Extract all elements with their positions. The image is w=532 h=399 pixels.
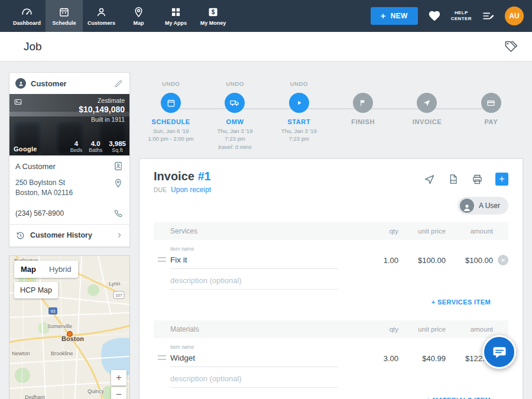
item-name-label: Item name: [170, 344, 345, 350]
heart-icon[interactable]: [428, 9, 441, 22]
schedule-undo-link[interactable]: UNDO: [139, 80, 203, 89]
invoice-title-text: Invoice: [154, 170, 194, 183]
zoom-in-button[interactable]: +: [111, 370, 126, 385]
send-step-icon[interactable]: [417, 93, 437, 113]
service-unit-price[interactable]: $100.00: [398, 256, 446, 269]
service-description-input[interactable]: description (optional): [170, 270, 338, 290]
schedule-time: 1:00 pm - 2:00 pm: [148, 135, 194, 142]
assignee-name: A User: [479, 202, 500, 210]
user-avatar[interactable]: AU: [505, 7, 524, 25]
service-name-field: Item name Fix it: [170, 246, 345, 269]
start-undo-link[interactable]: UNDO: [267, 80, 331, 89]
map-label-boston: Boston: [61, 335, 84, 342]
pdf-icon[interactable]: PDF: [447, 173, 459, 185]
omw-date: Thu, Jan 3 '19: [218, 128, 253, 134]
nav-my-apps[interactable]: My Apps: [157, 0, 194, 32]
add-material-row: + MATERIALS ITEM: [154, 388, 508, 399]
feedback-notes-icon[interactable]: [482, 9, 495, 22]
schedule-step-icon[interactable]: [161, 93, 181, 113]
service-name-input[interactable]: Fix it: [170, 254, 338, 269]
schedule-step-dates: Sun, Jan 6 '19 1:00 pm - 2:00 pm: [139, 127, 203, 143]
customer-history-label: Customer History: [30, 231, 111, 239]
chat-bubble-icon: [491, 344, 508, 361]
google-watermark: Google: [14, 145, 37, 153]
card-step-icon[interactable]: [481, 93, 501, 113]
play-step-icon[interactable]: [289, 93, 309, 113]
main-nav: Dashboard Schedule Customers Map: [0, 0, 232, 32]
omw-undo-link[interactable]: UNDO: [203, 80, 267, 89]
map-button[interactable]: Map: [14, 261, 43, 278]
map-label-quincy: Quincy: [87, 388, 105, 394]
print-icon[interactable]: [471, 173, 484, 186]
material-name-field: Item name Widget: [170, 344, 345, 367]
customer-name-row: A Customer: [9, 155, 129, 177]
plus-icon: +: [381, 13, 386, 19]
edit-pencil-icon[interactable]: [113, 79, 124, 89]
map-pin-icon: [132, 6, 145, 18]
sqft-label: Sq.ft: [109, 147, 126, 153]
invoice-number: #1: [197, 170, 210, 183]
invoice-card: Invoice #1 DUE Upon receipt PDF +: [139, 158, 523, 399]
job-header-bar: Job: [0, 32, 532, 61]
add-service-link[interactable]: + SERVICES ITEM: [432, 299, 491, 306]
truck-step-icon[interactable]: [225, 93, 245, 113]
money-icon: $: [207, 6, 219, 18]
service-qty[interactable]: 1.00: [345, 256, 398, 269]
materials-header: Materials: [170, 325, 345, 333]
remove-service-icon[interactable]: ✕: [498, 255, 508, 265]
nav-customers[interactable]: Customers: [83, 0, 120, 32]
nav-dashboard[interactable]: Dashboard: [8, 0, 46, 32]
material-name-input[interactable]: Widget: [170, 352, 338, 367]
nav-schedule[interactable]: Schedule: [46, 0, 83, 32]
contact-book-icon[interactable]: [113, 161, 124, 171]
omw-travel: travel: 0 mins: [218, 144, 252, 150]
invoice-title: Invoice #1: [154, 170, 211, 183]
omw-time: 7:23 pm: [225, 135, 245, 142]
nav-map[interactable]: Map: [120, 0, 157, 32]
amount-column-header: amount: [446, 228, 493, 235]
map-zoom-controls: + −: [111, 370, 126, 399]
material-description-input[interactable]: description (optional): [170, 368, 338, 388]
top-nav: Dashboard Schedule Customers Map: [0, 0, 532, 32]
qty-column-header: qty: [345, 326, 398, 333]
hcp-map-button[interactable]: HCP Map: [14, 282, 58, 299]
customer-sidebar: Customer Zestimate $10,149,080 Built in …: [9, 72, 130, 399]
shield-93-label: 93: [51, 309, 56, 313]
baths-label: Baths: [89, 147, 102, 153]
chevron-right-icon: [115, 231, 124, 239]
map-label-brookline: Brookline: [51, 351, 73, 356]
material-unit-price[interactable]: $40.99: [398, 354, 446, 367]
invoice-add-button[interactable]: +: [495, 173, 508, 186]
route-shield-93: 93: [48, 307, 57, 314]
tags-icon[interactable]: [504, 40, 518, 54]
property-photo: Zestimate $10,149,080 Built in 1911 4 Be…: [9, 94, 129, 155]
page-title: Job: [24, 40, 42, 53]
due-value-link[interactable]: Upon receipt: [171, 186, 211, 194]
job-page: Dashboard Schedule Customers Map: [0, 0, 532, 399]
flag-step-icon[interactable]: [353, 93, 373, 113]
customer-phone: (234) 567-8900: [15, 209, 109, 218]
material-qty[interactable]: 3.00: [345, 354, 398, 367]
mini-map: 93 107 Burlington Lynn Somerville Boston…: [9, 255, 130, 399]
nav-my-money[interactable]: $ My Money: [194, 0, 232, 32]
send-icon[interactable]: [423, 173, 436, 186]
map-label-newton: Newton: [12, 351, 30, 356]
drag-handle-icon[interactable]: [158, 355, 166, 360]
location-pin-icon[interactable]: [113, 178, 124, 189]
chat-launcher-button[interactable]: [482, 335, 516, 369]
start-step-dates: Thu, Jan 3 '19 7:23 pm: [267, 127, 331, 143]
finish-undo-spacer: [331, 80, 395, 89]
shield-107-label: 107: [115, 293, 122, 297]
help-center-link[interactable]: HELP CENTER: [451, 10, 472, 22]
phone-icon[interactable]: [113, 209, 124, 219]
hybrid-button[interactable]: Hybrid: [43, 261, 78, 278]
customer-history-row[interactable]: Customer History: [9, 224, 129, 246]
zoom-out-button[interactable]: −: [111, 387, 126, 399]
add-material-link[interactable]: + MATERIALS ITEM: [426, 397, 491, 399]
step-schedule: UNDO SCHEDULE Sun, Jan 6 '19 1:00 pm - 2…: [139, 80, 203, 151]
drag-handle-icon[interactable]: [158, 257, 166, 262]
invoice-title-block: Invoice #1 DUE Upon receipt: [154, 170, 211, 194]
new-button[interactable]: + NEW: [371, 7, 418, 25]
assignee-chip[interactable]: A User: [458, 197, 508, 215]
map-label-somerville: Somerville: [47, 323, 72, 329]
